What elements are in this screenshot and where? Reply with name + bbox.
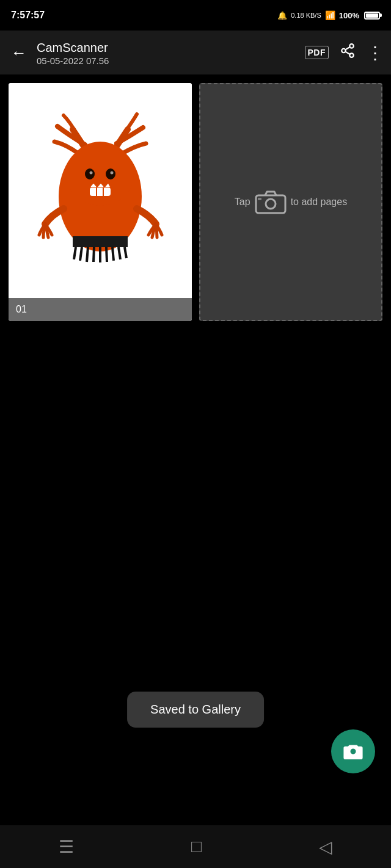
svg-line-25 [119, 247, 120, 259]
data-speed: 0.18 KB/S [291, 12, 321, 19]
add-pages-camera-icon [254, 189, 287, 215]
svg-line-3 [345, 52, 349, 54]
more-button[interactable]: ⋮ [367, 43, 382, 63]
svg-line-26 [125, 247, 126, 258]
page-thumbnail-1[interactable]: 01 [9, 83, 192, 321]
add-pages-panel[interactable]: Tap to add pages [199, 83, 382, 321]
status-icons: 🔔 0.18 KB/S 📶 100% [277, 10, 380, 20]
back-button[interactable]: ← [9, 42, 29, 63]
svg-rect-11 [90, 187, 111, 196]
svg-point-9 [90, 172, 93, 175]
svg-point-6 [67, 145, 134, 206]
svg-rect-17 [73, 236, 128, 247]
fab-camera-icon [343, 741, 364, 762]
nav-menu-button[interactable]: ☰ [46, 832, 86, 862]
svg-line-4 [345, 47, 349, 49]
signal-icon: 📶 [325, 10, 335, 20]
fab-camera-button[interactable] [331, 729, 375, 773]
add-pages-tap-row: Tap to add pages [235, 189, 347, 215]
app-bar-actions: PDF ⋮ [305, 43, 383, 63]
page-number-label: 01 [9, 298, 192, 321]
svg-point-10 [111, 172, 114, 175]
status-bar: 7:57:57 🔔 0.18 KB/S 📶 100% [0, 0, 391, 31]
content-area: 01 Tap to add pages [0, 74, 391, 321]
notification-icon: 🔔 [277, 11, 287, 20]
share-button[interactable] [340, 43, 356, 62]
add-pages-content: Tap to add pages [235, 189, 347, 215]
svg-rect-29 [258, 198, 261, 200]
pdf-button[interactable]: PDF [305, 46, 329, 59]
monster-illustration [36, 96, 164, 285]
svg-line-23 [106, 247, 107, 262]
svg-line-21 [93, 247, 94, 262]
nav-bar: ☰ □ ◁ [0, 825, 391, 868]
svg-line-20 [87, 247, 88, 262]
toast-message: Saved to Gallery [127, 692, 264, 728]
battery-text: 100% [339, 11, 359, 20]
app-bar-title: CamScanner 05-05-2022 07.56 [37, 40, 298, 66]
nav-back-button[interactable]: ◁ [307, 832, 345, 862]
svg-point-8 [106, 168, 115, 179]
status-time: 7:57:57 [11, 10, 45, 21]
svg-line-18 [74, 247, 76, 259]
svg-line-19 [80, 247, 82, 261]
svg-point-28 [266, 199, 276, 209]
app-name: CamScanner [37, 40, 298, 56]
page-image-1 [9, 83, 192, 298]
svg-point-7 [85, 168, 95, 179]
doc-date: 05-05-2022 07.56 [37, 56, 298, 66]
battery-icon [364, 12, 380, 20]
app-bar: ← CamScanner 05-05-2022 07.56 PDF ⋮ [0, 31, 391, 74]
nav-home-button[interactable]: □ [179, 832, 214, 861]
svg-line-24 [112, 247, 114, 261]
